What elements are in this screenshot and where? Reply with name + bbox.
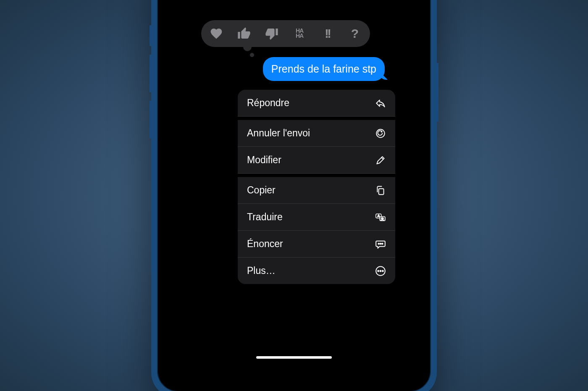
heart-reaction[interactable] xyxy=(209,26,224,41)
volume-down-button xyxy=(150,101,151,138)
more-icon xyxy=(375,266,386,276)
phone-frame: HA HA !! ? Prends de la farine stp Répon… xyxy=(151,0,437,391)
svg-rect-1 xyxy=(379,188,384,194)
tapback-tail xyxy=(243,43,252,51)
emphasis-label: !! xyxy=(325,26,330,41)
copy-label: Copier xyxy=(247,185,276,196)
svg-text:文: 文 xyxy=(381,217,384,221)
translate-icon: A文 xyxy=(375,212,386,223)
undo-icon xyxy=(375,128,386,139)
more-label: Plus… xyxy=(247,265,276,276)
svg-point-7 xyxy=(380,243,381,244)
svg-point-11 xyxy=(380,270,381,271)
haha-label: HA HA xyxy=(296,29,303,39)
haha-reaction[interactable]: HA HA xyxy=(292,26,307,41)
speak-menu-item[interactable]: Énoncer xyxy=(238,231,395,258)
undo-send-label: Annuler l'envoi xyxy=(247,128,310,139)
question-reaction[interactable]: ? xyxy=(347,26,362,41)
thumbs-up-reaction[interactable] xyxy=(236,26,252,41)
reply-label: Répondre xyxy=(247,97,289,109)
power-button xyxy=(437,63,438,122)
svg-point-8 xyxy=(382,243,383,244)
speak-icon xyxy=(375,239,386,250)
message-context-menu: Répondre Annuler l'envoi Modifier xyxy=(238,90,395,284)
more-menu-item[interactable]: Plus… xyxy=(238,258,395,284)
pencil-icon xyxy=(375,155,386,166)
copy-menu-item[interactable]: Copier xyxy=(238,177,395,204)
svg-point-6 xyxy=(378,243,379,244)
edit-menu-item[interactable]: Modifier xyxy=(238,147,395,174)
message-text: Prends de la farine stp xyxy=(271,63,376,75)
menu-separator xyxy=(238,174,395,177)
speak-label: Énoncer xyxy=(247,238,283,250)
emphasis-reaction[interactable]: !! xyxy=(320,26,335,41)
translate-menu-item[interactable]: Traduire A文 xyxy=(238,204,395,231)
edit-label: Modifier xyxy=(247,154,281,166)
question-label: ? xyxy=(351,26,359,41)
mute-switch xyxy=(150,25,151,46)
undo-send-menu-item[interactable]: Annuler l'envoi xyxy=(238,120,395,147)
reply-icon xyxy=(375,98,386,109)
sent-message-bubble[interactable]: Prends de la farine stp xyxy=(263,57,385,81)
reply-menu-item[interactable]: Répondre xyxy=(238,90,395,117)
svg-point-12 xyxy=(382,270,383,271)
phone-screen: HA HA !! ? Prends de la farine stp Répon… xyxy=(157,0,431,391)
copy-icon xyxy=(375,185,386,196)
translate-label: Traduire xyxy=(247,211,283,223)
menu-separator xyxy=(238,117,395,120)
home-indicator[interactable] xyxy=(256,356,332,359)
volume-up-button xyxy=(150,55,151,92)
tapback-reaction-bar: HA HA !! ? xyxy=(201,20,370,47)
thumbs-down-reaction[interactable] xyxy=(264,26,279,41)
svg-point-10 xyxy=(378,270,379,271)
